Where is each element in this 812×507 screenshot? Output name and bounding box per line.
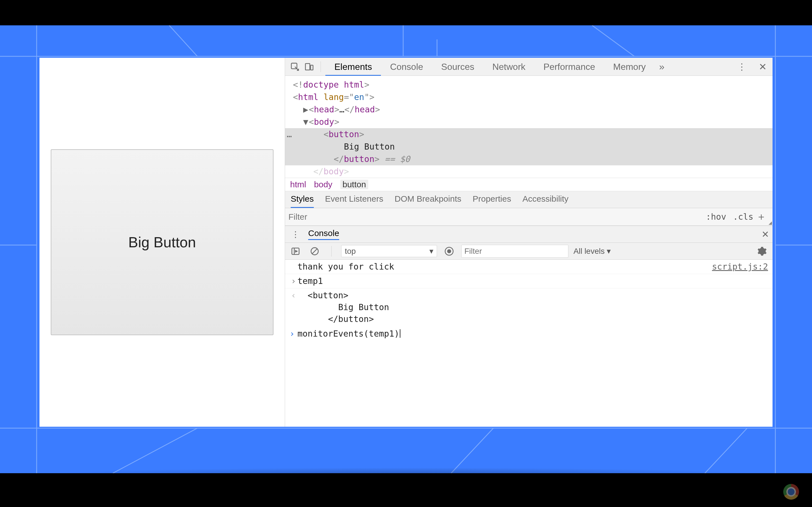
console-toolbar: top ▾ All levels ▾ xyxy=(285,243,772,260)
styles-filter-input[interactable] xyxy=(289,212,706,222)
svg-point-20 xyxy=(447,249,451,253)
device-toggle-icon[interactable] xyxy=(302,60,316,73)
console-result: ‹ <button> Big Button </button> xyxy=(285,288,772,326)
console-log-line: thank you for click script.js:2 xyxy=(285,260,772,274)
styles-filter-row: :hov .cls ＋ xyxy=(285,208,772,226)
letterbox-top xyxy=(0,0,812,25)
crumb-html[interactable]: html xyxy=(290,180,306,189)
svg-line-19 xyxy=(312,249,317,253)
console-levels-select[interactable]: All levels ▾ xyxy=(573,246,611,256)
new-style-rule-icon[interactable]: ＋ xyxy=(753,210,769,224)
chevron-down-icon: ▾ xyxy=(429,246,434,256)
svg-line-8 xyxy=(169,25,197,56)
cls-toggle[interactable]: .cls xyxy=(733,212,753,222)
rendered-page-pane: Big Button xyxy=(40,58,285,427)
console-input-text: monitorEvents(temp1) xyxy=(297,328,768,340)
subtab-styles[interactable]: Styles xyxy=(291,194,314,208)
devtools-tabbar: Elements Console Sources Network Perform… xyxy=(285,58,772,76)
dom-tree[interactable]: <!doctype html> <html lang="en"> ▶<head>… xyxy=(285,76,772,178)
svg-line-10 xyxy=(113,428,197,473)
subtab-properties[interactable]: Properties xyxy=(472,194,511,208)
console-context-select[interactable]: top ▾ xyxy=(341,245,437,257)
big-button[interactable]: Big Button xyxy=(51,149,273,335)
console-history-entry: › temp1 xyxy=(285,274,772,288)
tab-network[interactable]: Network xyxy=(483,58,534,76)
svg-line-9 xyxy=(592,25,635,56)
crumb-button[interactable]: button xyxy=(340,180,368,189)
content-area: Big Button Elements xyxy=(40,58,772,427)
kebab-menu-icon[interactable]: ⋮ xyxy=(735,60,749,73)
inspect-icon[interactable] xyxy=(288,60,302,73)
console-log-source[interactable]: script.js:2 xyxy=(712,261,768,273)
console-filter-input[interactable] xyxy=(461,245,568,258)
tab-sources[interactable]: Sources xyxy=(432,58,483,76)
dom-selected-node[interactable]: … <button> Big Button </button> == $0 xyxy=(285,128,772,165)
console-settings-icon[interactable] xyxy=(755,244,769,258)
console-body: thank you for click script.js:2 › temp1 … xyxy=(285,260,772,427)
subtab-accessibility[interactable]: Accessibility xyxy=(522,194,568,208)
console-drawer-title: Console xyxy=(308,228,339,240)
svg-rect-15 xyxy=(311,65,313,70)
close-devtools-icon[interactable]: ✕ xyxy=(756,60,770,73)
console-sidebar-toggle-icon[interactable] xyxy=(289,244,303,258)
result-icon: ‹ xyxy=(290,290,297,301)
input-prompt-icon: › xyxy=(290,328,297,340)
console-input-line[interactable]: › monitorEvents(temp1) xyxy=(285,326,772,341)
crumb-body[interactable]: body xyxy=(314,180,333,189)
clear-console-icon[interactable] xyxy=(308,244,322,258)
drawer-kebab-icon[interactable]: ⋮ xyxy=(289,228,303,241)
svg-rect-14 xyxy=(305,63,310,70)
tab-console[interactable]: Console xyxy=(381,58,432,76)
more-tabs-icon[interactable]: » xyxy=(655,60,669,73)
letterbox-bottom xyxy=(0,473,812,507)
console-drawer: ⋮ Console ✕ xyxy=(285,226,772,427)
prompt-icon: › xyxy=(290,275,297,287)
tab-performance[interactable]: Performance xyxy=(535,58,604,76)
chrome-logo-icon xyxy=(783,484,799,500)
live-expressions-icon[interactable] xyxy=(442,244,456,258)
svg-line-12 xyxy=(705,428,747,473)
subtab-dom-breakpoints[interactable]: DOM Breakpoints xyxy=(395,194,461,208)
console-context-value: top xyxy=(345,247,356,256)
devtools-panel: Elements Console Sources Network Perform… xyxy=(285,58,772,427)
tab-elements[interactable]: Elements xyxy=(325,58,381,76)
tab-memory[interactable]: Memory xyxy=(604,58,655,76)
styles-subtabs: Styles Event Listeners DOM Breakpoints P… xyxy=(285,191,772,208)
subtab-event-listeners[interactable]: Event Listeners xyxy=(325,194,384,208)
hov-toggle[interactable]: :hov xyxy=(706,212,726,222)
close-drawer-icon[interactable]: ✕ xyxy=(762,229,769,240)
svg-line-11 xyxy=(451,428,493,473)
dom-breadcrumb[interactable]: html body button xyxy=(285,178,772,191)
